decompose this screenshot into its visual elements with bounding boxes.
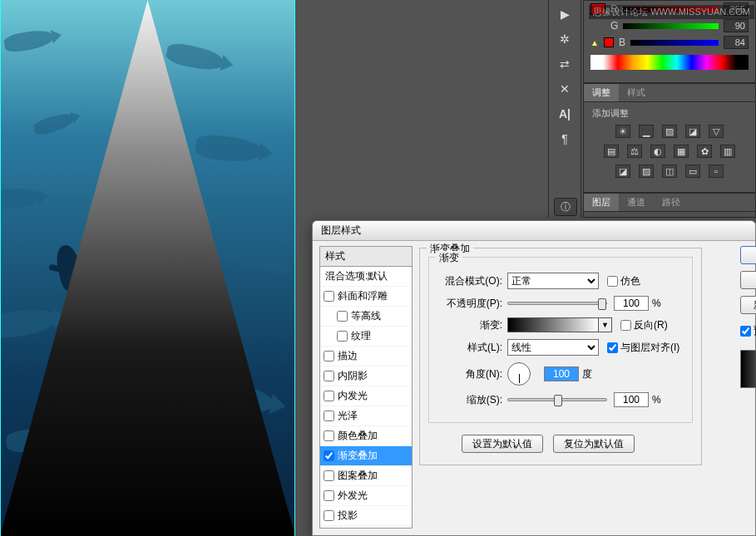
- style-satin[interactable]: 光泽: [320, 406, 412, 426]
- brightness-icon[interactable]: ☀: [615, 125, 630, 138]
- angle-dial[interactable]: [507, 362, 531, 386]
- vibrance-icon[interactable]: ▽: [709, 125, 724, 138]
- preview-swatch: [740, 350, 756, 388]
- opacity-label: 不透明度(P):: [437, 297, 502, 311]
- tab-styles[interactable]: 样式: [619, 84, 654, 101]
- blendmode-select[interactable]: 正常: [507, 273, 599, 289]
- selcolor-icon[interactable]: ▫: [709, 165, 724, 178]
- info-icon[interactable]: ⓘ: [554, 198, 577, 216]
- ok-button[interactable]: 确: [740, 246, 756, 264]
- style-label: 样式(L):: [437, 341, 502, 355]
- lookup-icon[interactable]: ▥: [720, 145, 735, 158]
- balance-icon[interactable]: ⚖: [627, 145, 642, 158]
- panel-toolbar: ▶ ✲ ⇄ ✕ A| ¶: [548, 0, 581, 218]
- watermark: 思缘设计论坛 WWW.MISSYUAN.COM: [589, 5, 754, 19]
- scale-slider[interactable]: [507, 398, 607, 401]
- layer-style-dialog: 图层样式 样式 混合选项:默认 斜面和浮雕 等高线 纹理 描边 内阴影 内发光 …: [312, 220, 756, 536]
- make-default-button[interactable]: 设置为默认值: [462, 435, 543, 453]
- curves-icon[interactable]: ▨: [662, 125, 677, 138]
- layers-panel: 图层 通道 路径: [583, 193, 756, 218]
- scale-value[interactable]: 100: [614, 392, 649, 407]
- style-contour[interactable]: 等高线: [320, 307, 412, 327]
- b-slider[interactable]: [630, 40, 719, 46]
- photo-icon[interactable]: ▦: [674, 145, 689, 158]
- dialog-title[interactable]: 图层样式: [313, 221, 755, 241]
- tab-channels[interactable]: 通道: [619, 194, 654, 211]
- new-style-button[interactable]: 新建样ɟ: [740, 296, 756, 314]
- style-gradientoverlay[interactable]: 渐变叠加: [320, 446, 412, 466]
- g-value[interactable]: 90: [724, 19, 749, 32]
- style-stroke[interactable]: 描边: [320, 347, 412, 366]
- exposure-icon[interactable]: ◪: [685, 125, 700, 138]
- paragraph-icon[interactable]: ¶: [552, 128, 577, 150]
- warning-swatch[interactable]: [604, 37, 614, 47]
- poster-icon[interactable]: ▨: [639, 165, 654, 178]
- style-texture[interactable]: 纹理: [320, 327, 412, 347]
- hsl-icon[interactable]: ▤: [604, 145, 619, 158]
- style-dropshadow[interactable]: 投影: [320, 506, 412, 526]
- bw-icon[interactable]: ◐: [650, 145, 665, 158]
- angle-label: 角度(N):: [437, 367, 502, 381]
- style-bevel[interactable]: 斜面和浮雕: [320, 287, 412, 307]
- opacity-slider[interactable]: [507, 302, 607, 305]
- align-checkbox[interactable]: 与图层对齐(I): [607, 341, 679, 355]
- gradient-label: 渐变:: [437, 318, 502, 332]
- play-icon[interactable]: ▶: [552, 3, 577, 25]
- reset-default-button[interactable]: 复位为默认值: [553, 435, 635, 453]
- blendmode-label: 混合模式(O):: [437, 274, 502, 288]
- opacity-value[interactable]: 100: [614, 296, 649, 311]
- preview-checkbox[interactable]: 预: [740, 324, 756, 338]
- style-select[interactable]: 线性: [507, 339, 599, 356]
- gradient-overlay-group: 渐变叠加 渐变 混合模式(O): 正常 仿色 不透明度(P): 100 %: [419, 248, 702, 465]
- tab-paths[interactable]: 路径: [654, 194, 689, 211]
- levels-icon[interactable]: ▁: [639, 125, 654, 138]
- dither-checkbox[interactable]: 仿色: [607, 274, 640, 288]
- b-label: B: [619, 37, 625, 48]
- swap-icon[interactable]: ⇄: [552, 53, 577, 75]
- brush-icon[interactable]: ✲: [552, 28, 577, 50]
- style-patternoverlay[interactable]: 图案叠加: [320, 466, 412, 486]
- scale-label: 缩放(S):: [437, 393, 502, 407]
- gradient-swatch[interactable]: [507, 317, 599, 332]
- styles-list: 混合选项:默认 斜面和浮雕 等高线 纹理 描边 内阴影 内发光 光泽 颜色叠加 …: [319, 266, 413, 529]
- gradient-dropdown-icon[interactable]: ▼: [599, 317, 612, 332]
- b-value[interactable]: 84: [724, 36, 749, 49]
- hue-strip[interactable]: [590, 55, 749, 70]
- mixer-icon[interactable]: ✿: [697, 145, 712, 158]
- style-outerglow[interactable]: 外发光: [320, 486, 412, 506]
- triangle-shape: [0, 0, 295, 536]
- adjust-heading: 添加调整: [592, 107, 747, 120]
- sub-title: 渐变: [436, 251, 462, 265]
- reverse-checkbox[interactable]: 反向(R): [620, 318, 668, 332]
- blend-options-item[interactable]: 混合选项:默认: [320, 267, 412, 287]
- g-label: G: [610, 20, 618, 32]
- guide-left[interactable]: [0, 0, 1, 536]
- document-canvas[interactable]: [0, 0, 295, 536]
- adjustments-panel: 调整 样式 添加调整 ☀ ▁ ▨ ◪ ▽ ▤ ⚖ ◐ ▦ ✿ ▥ ◪ ▨ ◫ ▭…: [583, 83, 756, 193]
- gradmap-icon[interactable]: ▭: [685, 165, 700, 178]
- guide-right[interactable]: [294, 0, 295, 536]
- thresh-icon[interactable]: ◫: [662, 165, 677, 178]
- g-slider[interactable]: [623, 23, 719, 29]
- styles-header[interactable]: 样式: [319, 246, 413, 266]
- style-coloroverlay[interactable]: 颜色叠加: [320, 426, 412, 446]
- style-innershadow[interactable]: 内阴影: [320, 366, 412, 386]
- tools-icon[interactable]: ✕: [552, 78, 577, 100]
- tab-adjust[interactable]: 调整: [584, 84, 619, 101]
- angle-value[interactable]: 100: [544, 366, 579, 381]
- tab-layers[interactable]: 图层: [584, 194, 619, 211]
- cancel-button[interactable]: 取: [740, 271, 756, 289]
- invert-icon[interactable]: ◪: [615, 165, 630, 178]
- style-innerglow[interactable]: 内发光: [320, 386, 412, 406]
- type-icon[interactable]: A|: [552, 103, 577, 125]
